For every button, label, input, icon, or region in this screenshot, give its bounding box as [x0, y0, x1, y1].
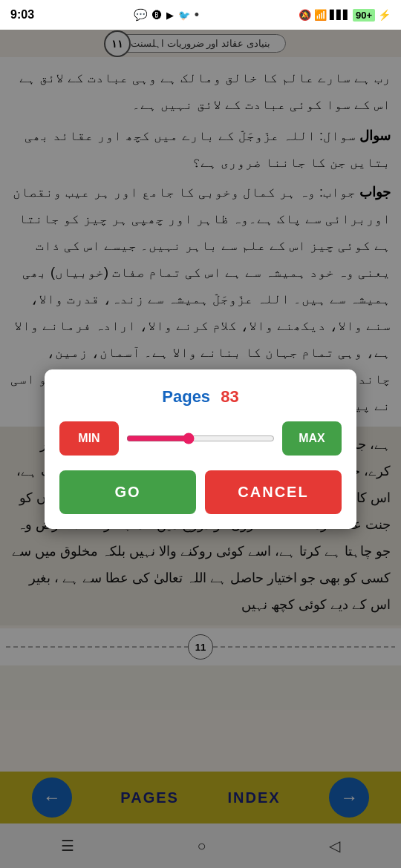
go-button[interactable]: GO	[59, 470, 196, 514]
status-icons: 💬 🅑 ▶ 🐦 •	[134, 7, 199, 23]
signal1-icon: ▋▋▋	[330, 10, 350, 20]
status-bar: 9:03 💬 🅑 ▶ 🐦 • 🔕 📶 ▋▋▋ 90+ ⚡	[0, 0, 401, 30]
battery-icon: 90+	[353, 9, 375, 22]
pages-label: Pages	[162, 387, 210, 406]
page-dialog: Pages 83 MIN MAX GO CANCEL	[45, 369, 356, 529]
dialog-title: Pages 83	[59, 387, 342, 407]
youtube-icon: ▶	[166, 10, 174, 21]
status-right-icons: 🔕 📶 ▋▋▋ 90+ ⚡	[299, 9, 391, 22]
bell-icon: 🔕	[299, 9, 311, 21]
action-buttons: GO CANCEL	[59, 470, 342, 514]
min-button[interactable]: MIN	[59, 421, 119, 456]
max-button[interactable]: MAX	[282, 421, 342, 456]
bluetooth-icon: 🅑	[152, 10, 162, 21]
slider-row: MIN MAX	[59, 421, 342, 456]
page-slider[interactable]	[126, 433, 275, 444]
slider-container[interactable]	[126, 431, 275, 446]
status-time: 9:03	[10, 8, 34, 22]
charging-icon: ⚡	[378, 9, 391, 21]
modal-overlay: Pages 83 MIN MAX GO CANCEL	[0, 30, 401, 868]
cancel-button[interactable]: CANCEL	[205, 470, 342, 514]
wifi-icon: 📶	[314, 9, 327, 21]
twitter-icon: 🐦	[178, 10, 190, 21]
page-number-display: 83	[221, 387, 238, 406]
whatsapp-icon: 💬	[134, 8, 148, 22]
dot-icon: •	[195, 7, 199, 23]
